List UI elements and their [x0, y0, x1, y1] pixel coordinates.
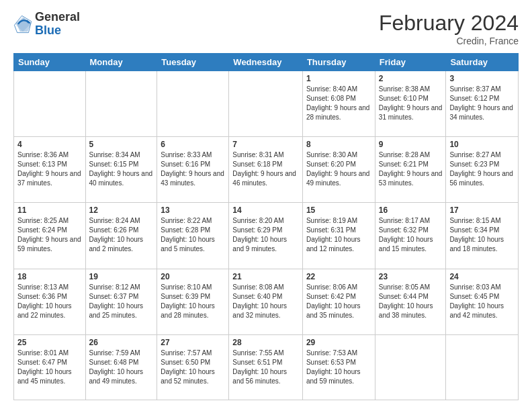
day-of-week-header: Friday: [375, 54, 446, 71]
calendar-cell: 23Sunrise: 8:05 AM Sunset: 6:44 PM Dayli…: [375, 269, 446, 334]
day-number: 10: [449, 140, 515, 149]
day-of-week-header: Sunday: [14, 54, 86, 71]
calendar-cell: [14, 71, 86, 137]
day-info: Sunrise: 8:31 AM Sunset: 6:18 PM Dayligh…: [232, 150, 299, 188]
day-info: Sunrise: 8:24 AM Sunset: 6:26 PM Dayligh…: [89, 216, 154, 254]
day-of-week-header: Tuesday: [157, 54, 229, 71]
day-number: 26: [89, 338, 154, 347]
day-info: Sunrise: 8:37 AM Sunset: 6:12 PM Dayligh…: [449, 85, 515, 122]
logo-icon: [13, 15, 32, 34]
calendar-cell: 18Sunrise: 8:13 AM Sunset: 6:36 PM Dayli…: [14, 269, 86, 334]
day-info: Sunrise: 8:13 AM Sunset: 6:36 PM Dayligh…: [17, 283, 82, 320]
calendar-cell: 26Sunrise: 7:59 AM Sunset: 6:48 PM Dayli…: [85, 334, 157, 400]
month-year: February 2024: [379, 11, 519, 36]
calendar-cell: 11Sunrise: 8:25 AM Sunset: 6:24 PM Dayli…: [14, 203, 86, 269]
calendar-week-row: 25Sunrise: 8:01 AM Sunset: 6:47 PM Dayli…: [14, 334, 519, 400]
calendar-cell: 9Sunrise: 8:28 AM Sunset: 6:21 PM Daylig…: [375, 137, 446, 203]
page-header: General Blue February 2024 Credin, Franc…: [13, 11, 519, 46]
day-of-week-header: Wednesday: [229, 54, 303, 71]
calendar-cell: 3Sunrise: 8:37 AM Sunset: 6:12 PM Daylig…: [446, 71, 519, 137]
day-info: Sunrise: 8:36 AM Sunset: 6:13 PM Dayligh…: [17, 150, 82, 188]
day-info: Sunrise: 8:17 AM Sunset: 6:32 PM Dayligh…: [379, 216, 443, 254]
calendar-week-row: 4Sunrise: 8:36 AM Sunset: 6:13 PM Daylig…: [14, 137, 519, 203]
day-number: 4: [17, 140, 82, 149]
day-info: Sunrise: 8:06 AM Sunset: 6:42 PM Dayligh…: [306, 283, 371, 320]
day-of-week-header: Thursday: [302, 54, 375, 71]
day-info: Sunrise: 8:15 AM Sunset: 6:34 PM Dayligh…: [449, 216, 515, 254]
day-info: Sunrise: 8:12 AM Sunset: 6:37 PM Dayligh…: [89, 283, 154, 320]
day-number: 21: [232, 272, 299, 281]
day-info: Sunrise: 8:38 AM Sunset: 6:10 PM Dayligh…: [379, 85, 443, 122]
day-of-week-header: Saturday: [446, 54, 519, 71]
calendar-cell: 7Sunrise: 8:31 AM Sunset: 6:18 PM Daylig…: [229, 137, 303, 203]
day-info: Sunrise: 8:27 AM Sunset: 6:23 PM Dayligh…: [449, 150, 515, 188]
day-number: 18: [17, 272, 82, 281]
day-info: Sunrise: 8:19 AM Sunset: 6:31 PM Dayligh…: [306, 216, 371, 254]
day-number: 27: [161, 338, 225, 347]
day-number: 19: [89, 272, 154, 281]
calendar-week-row: 1Sunrise: 8:40 AM Sunset: 6:08 PM Daylig…: [14, 71, 519, 137]
calendar-cell: 15Sunrise: 8:19 AM Sunset: 6:31 PM Dayli…: [302, 203, 375, 269]
calendar-cell: 19Sunrise: 8:12 AM Sunset: 6:37 PM Dayli…: [85, 269, 157, 334]
day-number: 24: [449, 272, 515, 281]
calendar-cell: 28Sunrise: 7:55 AM Sunset: 6:51 PM Dayli…: [229, 334, 303, 400]
day-number: 16: [379, 205, 443, 215]
calendar-week-row: 11Sunrise: 8:25 AM Sunset: 6:24 PM Dayli…: [14, 203, 519, 269]
day-number: 11: [17, 205, 82, 215]
day-info: Sunrise: 8:05 AM Sunset: 6:44 PM Dayligh…: [379, 283, 443, 320]
day-info: Sunrise: 8:01 AM Sunset: 6:47 PM Dayligh…: [17, 349, 82, 386]
day-info: Sunrise: 8:22 AM Sunset: 6:28 PM Dayligh…: [161, 216, 225, 254]
day-number: 29: [306, 338, 371, 347]
day-number: 14: [232, 205, 299, 215]
day-number: 17: [449, 205, 515, 215]
day-number: 12: [89, 205, 154, 215]
day-info: Sunrise: 8:28 AM Sunset: 6:21 PM Dayligh…: [379, 150, 443, 188]
calendar-cell: [85, 71, 157, 137]
calendar-cell: 22Sunrise: 8:06 AM Sunset: 6:42 PM Dayli…: [302, 269, 375, 334]
day-info: Sunrise: 8:20 AM Sunset: 6:29 PM Dayligh…: [232, 216, 299, 254]
day-of-week-header: Monday: [85, 54, 157, 71]
calendar-cell: [229, 71, 303, 137]
day-number: 28: [232, 338, 299, 347]
day-number: 22: [306, 272, 371, 281]
day-number: 23: [379, 272, 443, 281]
calendar-cell: [375, 334, 446, 400]
day-number: 9: [379, 140, 443, 149]
day-info: Sunrise: 8:10 AM Sunset: 6:39 PM Dayligh…: [161, 283, 225, 320]
day-info: Sunrise: 8:34 AM Sunset: 6:15 PM Dayligh…: [89, 150, 154, 188]
location: Credin, France: [379, 36, 519, 46]
day-number: 3: [449, 74, 515, 83]
calendar-cell: 29Sunrise: 7:53 AM Sunset: 6:53 PM Dayli…: [302, 334, 375, 400]
day-number: 1: [306, 74, 371, 83]
day-number: 2: [379, 74, 443, 83]
calendar-cell: 27Sunrise: 7:57 AM Sunset: 6:50 PM Dayli…: [157, 334, 229, 400]
day-number: 6: [161, 140, 225, 149]
calendar-cell: 21Sunrise: 8:08 AM Sunset: 6:40 PM Dayli…: [229, 269, 303, 334]
calendar-cell: 20Sunrise: 8:10 AM Sunset: 6:39 PM Dayli…: [157, 269, 229, 334]
calendar-header-row: SundayMondayTuesdayWednesdayThursdayFrid…: [14, 54, 519, 71]
day-info: Sunrise: 7:59 AM Sunset: 6:48 PM Dayligh…: [89, 349, 154, 386]
day-info: Sunrise: 8:40 AM Sunset: 6:08 PM Dayligh…: [306, 85, 371, 122]
day-info: Sunrise: 8:25 AM Sunset: 6:24 PM Dayligh…: [17, 216, 82, 254]
title-block: February 2024 Credin, France: [379, 11, 519, 46]
day-info: Sunrise: 8:03 AM Sunset: 6:45 PM Dayligh…: [449, 283, 515, 320]
day-info: Sunrise: 7:55 AM Sunset: 6:51 PM Dayligh…: [232, 349, 299, 386]
day-number: 15: [306, 205, 371, 215]
day-number: 7: [232, 140, 299, 149]
day-number: 5: [89, 140, 154, 149]
day-info: Sunrise: 7:57 AM Sunset: 6:50 PM Dayligh…: [161, 349, 225, 386]
calendar-cell: 10Sunrise: 8:27 AM Sunset: 6:23 PM Dayli…: [446, 137, 519, 203]
calendar-cell: [446, 334, 519, 400]
calendar-cell: 12Sunrise: 8:24 AM Sunset: 6:26 PM Dayli…: [85, 203, 157, 269]
logo: General Blue: [13, 11, 80, 38]
calendar-cell: 1Sunrise: 8:40 AM Sunset: 6:08 PM Daylig…: [302, 71, 375, 137]
calendar-cell: 2Sunrise: 8:38 AM Sunset: 6:10 PM Daylig…: [375, 71, 446, 137]
day-info: Sunrise: 8:30 AM Sunset: 6:20 PM Dayligh…: [306, 150, 371, 188]
calendar-cell: 6Sunrise: 8:33 AM Sunset: 6:16 PM Daylig…: [157, 137, 229, 203]
calendar-cell: 24Sunrise: 8:03 AM Sunset: 6:45 PM Dayli…: [446, 269, 519, 334]
calendar-cell: 16Sunrise: 8:17 AM Sunset: 6:32 PM Dayli…: [375, 203, 446, 269]
day-number: 25: [17, 338, 82, 347]
calendar-cell: 13Sunrise: 8:22 AM Sunset: 6:28 PM Dayli…: [157, 203, 229, 269]
day-info: Sunrise: 7:53 AM Sunset: 6:53 PM Dayligh…: [306, 349, 371, 386]
calendar-table: SundayMondayTuesdayWednesdayThursdayFrid…: [13, 53, 519, 400]
